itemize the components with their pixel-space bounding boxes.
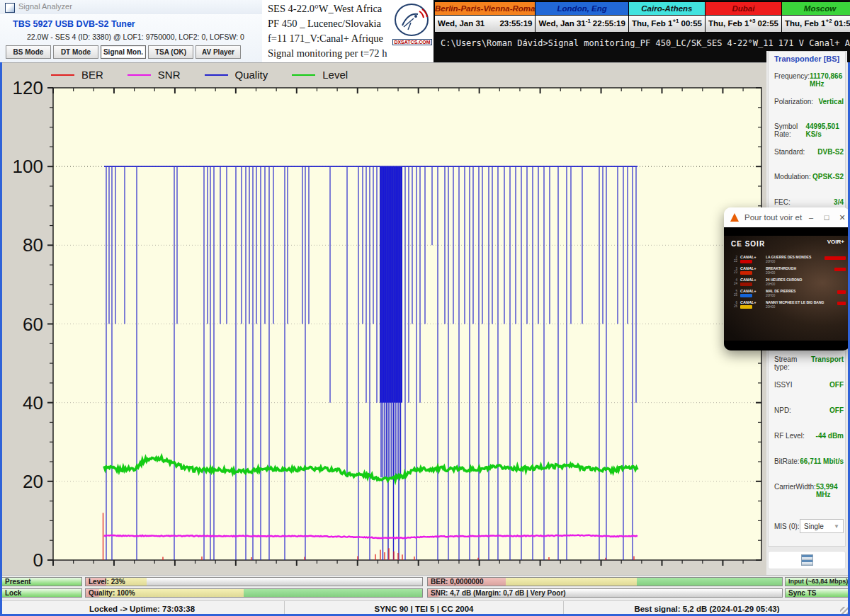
tab-av-player[interactable]: AV Player [196, 45, 241, 59]
clock-offset: +1 [672, 18, 679, 24]
clock-city: Cairo-Athens [629, 2, 705, 15]
satellite-dish-icon [392, 3, 432, 38]
tp-label: Symbol Rate: [774, 122, 805, 138]
signal-chart: 020406080100120 [0, 73, 766, 576]
legend-label: Level [322, 69, 348, 81]
note-line-1: SES 4-22.0°W_West Africa [268, 3, 382, 15]
tab-tsa-ok-[interactable]: TSA (OK) [148, 45, 193, 59]
tab-bs-mode[interactable]: BS Mode [6, 45, 51, 59]
svg-text:40: 40 [23, 392, 43, 413]
epg-channel-numbers: 626 [731, 300, 737, 308]
sync-ts-bar: Sync TS [785, 588, 849, 598]
legend-quality: Quality [205, 69, 268, 81]
vlc-minimize-button[interactable]: – [803, 213, 819, 222]
clock-berlin-paris-vienna-roma: Berlin-Paris-Vienna-RomaWed, Jan 3123:55… [435, 2, 536, 32]
mis-row: MIS (0): Single ▼ [774, 519, 844, 533]
epg-program-time: 20H00 [766, 305, 837, 309]
clock-date: Thu, Feb 1 [785, 19, 826, 28]
tp-row-carrierwidth-: CarrierWidth:53,994 MHz [774, 483, 844, 498]
epg-voir-label: VOIR+ [827, 239, 844, 245]
vlc-maximize-button[interactable]: □ [819, 213, 834, 222]
window-border-left [0, 62, 2, 616]
mis-value: Single [804, 523, 824, 530]
vlc-window[interactable]: Pour tout voir et to... – □ ✕ CE SOIR VO… [724, 207, 850, 350]
clock-date: Wed, Jan 31 [438, 19, 497, 28]
clock-date: Thu, Feb 1 [708, 19, 749, 28]
epg-red-tag [824, 256, 846, 260]
epg-channel-numbers: 222 [731, 255, 737, 263]
epg-row: 424CANAL+24 HEURES CHRONO20H00 [731, 278, 846, 289]
vlc-video-area[interactable]: CE SOIR VOIR+ 222CANAL+LA GUERRE DES MON… [724, 227, 850, 350]
epg-rows: 222CANAL+LA GUERRE DES MONDES20H00323CAN… [731, 255, 846, 312]
clock-time: Thu, Feb 1+201:55 [782, 15, 850, 32]
dxsatcs-logo: DXSATCS.COM [392, 3, 432, 47]
tp-row-fec-: FEC:3/4 [774, 198, 844, 206]
vlc-cone-icon [730, 213, 739, 222]
chart-legend: BERSNRQualityLevel [51, 69, 348, 81]
epg-red-tag [837, 290, 846, 294]
epg-program-title: MAL DE PIERRES [766, 289, 837, 293]
monitoring-note: SES 4-22.0°W_West Africa PF 450 _ Lucene… [262, 0, 434, 62]
input-bar: Input (~63,84 Mbps) [785, 577, 849, 586]
epg-channel-name: CANAL+ [740, 278, 763, 282]
clock-time: Wed, Jan 31-122:55:19 [536, 15, 628, 32]
tuner-detail: 22.0W - SES 4 (ID: 3380) @ LOF1: 9750000… [27, 33, 244, 41]
clock-cairo-athens: Cairo-AthensThu, Feb 1+100:55 [629, 2, 706, 32]
tp-value: 66,711 Mbit/s [800, 457, 844, 465]
clock-hm: 22:55:19 [593, 19, 625, 28]
tp-row-stream-type-: Stream type:Transport [774, 355, 844, 371]
snr-bar: SNR: 4,7 dB (Margin: 0,7 dB | Very Poor) [427, 588, 783, 598]
epg-red-tag [837, 302, 846, 305]
tp-value: 53,994 MHz [816, 483, 844, 498]
epg-program-title: LA GUERRE DES MONDES [766, 255, 824, 259]
clock-dubai: DubaiThu, Feb 1+302:55 [706, 2, 782, 32]
tab-dt-mode[interactable]: DT Mode [53, 45, 98, 59]
tp-row-rf-level-: RF Level:-44 dBm [774, 432, 844, 440]
tp-value: QPSK-S2 [812, 173, 844, 181]
epg-row: 222CANAL+LA GUERRE DES MONDES20H00 [731, 255, 846, 266]
clock-date: Thu, Feb 1 [632, 19, 673, 28]
tp-value: DVB-S2 [817, 148, 844, 156]
mis-dropdown[interactable]: Single ▼ [800, 519, 844, 533]
epg-overlay: CE SOIR VOIR+ 222CANAL+LA GUERRE DES MON… [731, 240, 846, 312]
tp-label: FEC: [774, 198, 790, 206]
tp-row-standard-: Standard:DVB-S2 [774, 148, 844, 156]
quality-bar: Quality: 100% [85, 588, 423, 598]
legend-label: Quality [235, 69, 268, 81]
clock-moscow: MoscowThu, Feb 1+201:55 [782, 2, 850, 32]
clock-offset: +2 [825, 18, 832, 24]
epg-channel-numbers: 323 [731, 266, 737, 274]
chevron-down-icon: ▼ [834, 523, 839, 530]
tp-label: Frequency: [774, 72, 810, 88]
lock-bar: Lock [1, 588, 82, 598]
legend-label: BER [81, 69, 103, 81]
tuner-name: TBS 5927 USB DVB-S2 Tuner [13, 19, 135, 29]
screen: Signal Analyzer TBS 5927 USB DVB-S2 Tune… [0, 0, 850, 616]
epg-channel-name: CANAL+ [740, 289, 763, 293]
ber-bar: BER: 0,0000000 [427, 577, 783, 586]
vlc-titlebar[interactable]: Pour tout voir et to... – □ ✕ [724, 207, 850, 227]
epg-channel-badge [740, 271, 752, 275]
legend-label: SNR [158, 69, 181, 81]
status-bars: Present Lock Level: 23% Quality: 100% BE… [0, 575, 850, 601]
tp-value: OFF [829, 406, 844, 414]
bar-segment [506, 578, 637, 586]
tp-value: OFF [829, 381, 844, 389]
app-window-icon [5, 3, 15, 13]
epg-program-time: 20H00 [766, 283, 846, 286]
mis-label: MIS (0): [774, 523, 800, 530]
vlc-title: Pour tout voir et to... [744, 213, 803, 222]
epg-row: 323CANAL+BREAKTHROUGH20H00 [731, 266, 846, 278]
stream-list-button[interactable] [768, 551, 846, 569]
tp-value: Vertical [818, 98, 844, 105]
tp-label: BitRate: [774, 457, 800, 465]
tab-signal-mon-[interactable]: Signal Mon. [101, 45, 146, 59]
clock-city: Moscow [782, 2, 850, 15]
clock-city: Berlin-Paris-Vienna-Roma [435, 2, 535, 15]
epg-program-title: NANNY MCPHEE ET LE BIG BANG [766, 300, 837, 304]
clock-offset: +3 [749, 18, 755, 24]
legend-line-sample [292, 74, 315, 76]
clock-time: Thu, Feb 1+100:55 [629, 15, 705, 32]
epg-program-title: 24 HEURES CHRONO [766, 278, 846, 282]
stream-list-icon [801, 554, 813, 566]
